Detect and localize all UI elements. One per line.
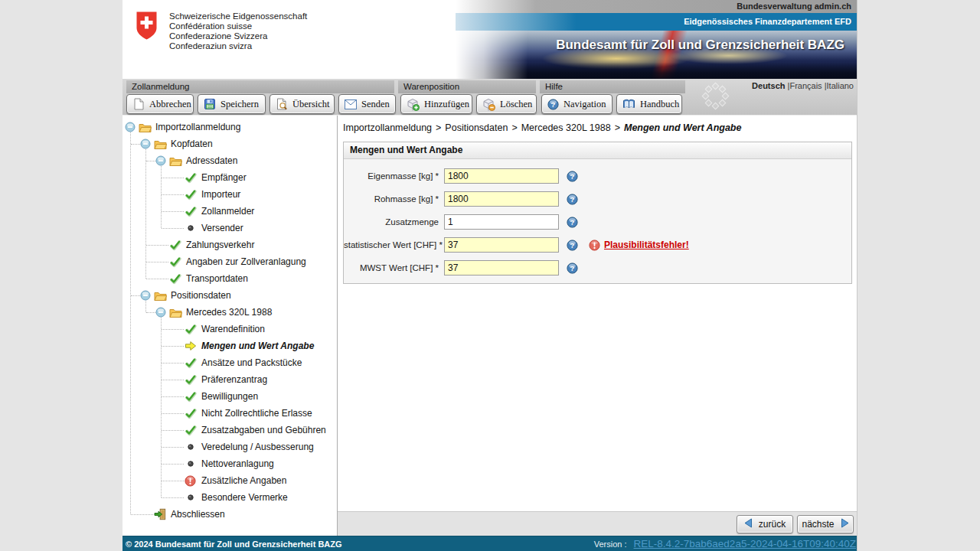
tree-stub-line (146, 161, 155, 161)
breadcrumb-segment-importzollanmeldung[interactable]: Importzollanmeldung (343, 122, 432, 133)
tree-item-besondere-vermerke[interactable]: Besondere Vermerke (122, 489, 337, 506)
breadcrumb-separator: > (511, 122, 517, 133)
field-label: statistischer Wert [CHF] * (344, 240, 439, 249)
pager-bar: zurück nächste (338, 511, 858, 536)
handbuch-button[interactable]: Handbuch (616, 94, 682, 114)
language-link-fran-ais[interactable]: Français (789, 81, 822, 90)
tree-item-importeur[interactable]: Importeur (122, 186, 337, 203)
next-button-label: nächste (802, 519, 834, 530)
hinzufügen-button[interactable]: Hinzufügen (400, 94, 472, 114)
button-label: Hinzufügen (424, 99, 469, 110)
tree-item-label: Zahlungsverkehr (186, 240, 254, 250)
tree-item-empfänger[interactable]: Empfänger (122, 169, 337, 186)
loading-spinner-icon (703, 83, 733, 114)
form-rows: Eigenmasse [kg] *?Rohmasse [kg] *?Zusatz… (344, 159, 851, 279)
tree-item-warendefinition[interactable]: Warendefinition (122, 321, 337, 337)
help-sphere-icon: ? (547, 99, 559, 110)
language-link-deutsch[interactable]: Deutsch (752, 81, 785, 90)
breadcrumb-segment-positionsdaten[interactable]: Positionsdaten (445, 122, 508, 133)
department-bar: Eidgenössisches Finanzdepartement EFD (456, 13, 858, 31)
tree-item-zusatzabgaben-und-gebühren[interactable]: Zusatzabgaben und Gebühren (122, 422, 337, 439)
tree-item-label: Zusatzabgaben und Gebühren (201, 425, 326, 435)
tree-stub-line (162, 178, 184, 178)
field-help-icon[interactable]: ? (567, 171, 578, 182)
tree-item-ansätze-und-packstücke[interactable]: Ansätze und Packstücke (122, 354, 337, 371)
mwst-wert-input[interactable] (444, 260, 559, 276)
toolbar: Deutsch |Français |Italiano Zollanmeldun… (122, 79, 858, 116)
breadcrumb-separator: > (436, 122, 441, 133)
field-help-icon[interactable]: ? (567, 217, 578, 228)
tree-stub-line (146, 312, 155, 313)
tree-item-label: Transportdaten (186, 273, 248, 284)
tree-item-präferenzantrag[interactable]: Präferenzantrag (122, 371, 337, 388)
tree-item-label: Ansätze und Packstücke (201, 357, 302, 368)
box-minus-icon (482, 98, 495, 111)
tree-stub-line (131, 144, 140, 145)
breadcrumb-segment-mercedes-320l-1988[interactable]: Mercedes 320L 1988 (521, 122, 611, 133)
tree-item-angaben-zur-zollveranlagung[interactable]: Angaben zur Zollveranlagung (122, 253, 337, 270)
toolbar-group-zollanmeldung: Zollanmeldung (126, 80, 394, 93)
page-magnifier-icon (276, 98, 288, 110)
abbrechen-button[interactable]: Abbrechen (126, 94, 194, 114)
tree-item-label: Warendefinition (201, 324, 265, 334)
tree-item-nettoveranlagung[interactable]: Nettoveranlagung (122, 455, 337, 472)
übersicht-button[interactable]: Übersicht (270, 94, 335, 114)
tree-item-nicht-zollrechtliche-erlasse[interactable]: Nicht Zollrechtliche Erlasse (122, 405, 337, 422)
logo-line: Schweizerische Eidgenossenschaft (169, 11, 307, 21)
tree-item-zahlungsverkehr[interactable]: Zahlungsverkehr (122, 236, 337, 253)
svg-text:?: ? (570, 241, 575, 249)
form-row-mwst-wert-chf: MWST Wert [CHF] *? (344, 256, 851, 279)
senden-button[interactable]: Senden (338, 94, 396, 114)
breadcrumb-separator: > (615, 122, 620, 133)
zusatzmenge-input[interactable] (444, 214, 559, 230)
field-label: Zusatzmenge (344, 217, 439, 227)
eigenmasse-input[interactable] (444, 168, 559, 184)
tree-stub-line (146, 262, 168, 262)
tree-item-mengen-und-wert-angabe[interactable]: Mengen und Wert Angabe (122, 337, 337, 354)
language-link-italiano[interactable]: Italiano (827, 81, 854, 90)
statistischer-wert-input[interactable] (444, 237, 559, 253)
back-button[interactable]: zurück (737, 515, 793, 533)
löschen-button[interactable]: Löschen (476, 94, 537, 114)
tree-stub-line (162, 228, 184, 229)
tree-item-adressdaten[interactable]: Adressdaten (122, 152, 337, 169)
tree-item-bewilligungen[interactable]: Bewilligungen (122, 388, 337, 405)
version-link[interactable]: REL-8.4.2-7bab6aed2a5-2024-04-16T09:40:4… (634, 538, 856, 549)
swiss-shield-icon (136, 11, 157, 40)
tree-item-veredelung-ausbesserung[interactable]: Veredelung / Ausbesserung (122, 439, 337, 455)
tree-stub-line (162, 346, 184, 347)
plausibility-error-link[interactable]: Plausibilitätsfehler! (604, 240, 689, 250)
tree-item-versender[interactable]: Versender (122, 220, 337, 236)
border-station-photo: Bundesamt für Zoll und Grenzsicherheit B… (456, 31, 858, 79)
book-icon (622, 99, 635, 109)
tree-item-positionsdaten[interactable]: Positionsdaten (122, 287, 337, 304)
tree-item-label: Importeur (201, 189, 240, 200)
navigation-button[interactable]: ?Navigation (541, 94, 612, 114)
tree-stub-line (146, 245, 168, 246)
tree-item-mercedes-320l-1988[interactable]: Mercedes 320L 1988 (122, 304, 337, 321)
logo-line: Confederazione Svizzera (169, 31, 307, 41)
field-help-icon[interactable]: ? (567, 194, 578, 205)
rohmasse-input[interactable] (444, 191, 559, 207)
tree-item-transportdaten[interactable]: Transportdaten (122, 270, 337, 287)
logo-line: Confederaziun svizra (169, 41, 307, 51)
button-label: Senden (361, 99, 390, 110)
main-content: Importzollanmeldung>Positionsdaten>Merce… (338, 116, 858, 536)
admin-bar: Bundesverwaltung admin.ch (456, 0, 858, 13)
application-window: Schweizerische EidgenossenschaftConfédér… (122, 0, 858, 551)
tree-item-kopfdaten[interactable]: Kopfdaten (122, 135, 337, 152)
tree-item-importzollanmeldung[interactable]: Importzollanmeldung (122, 119, 337, 135)
form-row-statistischer-wert-chf: statistischer Wert [CHF] *?Plausibilität… (344, 233, 851, 256)
tree-item-abschliessen[interactable]: Abschliessen (122, 506, 337, 523)
navigation-tree: ImportzollanmeldungKopfdatenAdressdatenE… (122, 116, 338, 536)
svg-text:?: ? (570, 264, 575, 272)
next-button[interactable]: nächste (797, 515, 854, 533)
speichern-button[interactable]: Speichern (198, 94, 266, 114)
tree-item-zusätzliche-angaben[interactable]: Zusätzliche Angaben (122, 472, 337, 489)
field-help-icon[interactable]: ? (567, 262, 578, 274)
tree-stub-line (162, 413, 184, 414)
tree-item-zollanmelder[interactable]: Zollanmelder (122, 203, 337, 220)
tree-item-label: Adressdaten (186, 155, 237, 166)
tree-stub-line (162, 430, 184, 431)
field-help-icon[interactable]: ? (567, 240, 578, 251)
